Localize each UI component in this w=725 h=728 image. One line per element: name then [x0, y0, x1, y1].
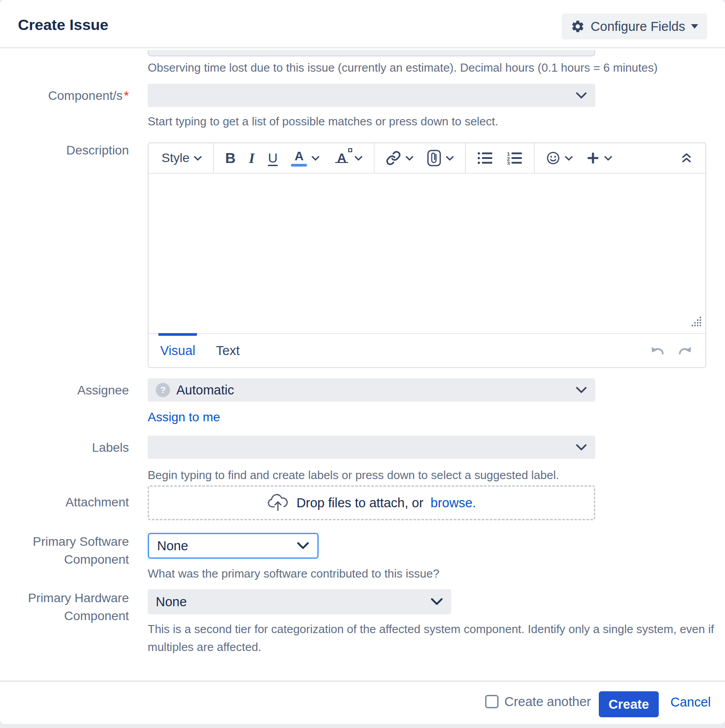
time-tracking-input-partial[interactable]: [148, 50, 595, 56]
numbered-list-icon: 123: [507, 151, 523, 165]
resize-grip[interactable]: [691, 316, 702, 329]
create-another-label: Create another: [504, 694, 591, 709]
more-formatting-dropdown[interactable]: A: [333, 146, 367, 170]
text-color-dropdown[interactable]: A: [286, 146, 324, 170]
cloud-upload-icon: [267, 493, 289, 512]
chevron-down-icon: [446, 156, 454, 161]
primary-software-help: What was the primary software contribute…: [148, 566, 439, 581]
toolbar-separator: [534, 143, 535, 173]
chevron-down-icon: [311, 156, 320, 161]
description-label: Description: [0, 142, 129, 158]
cancel-link[interactable]: Cancel: [670, 695, 711, 710]
underline-icon: U: [268, 150, 278, 166]
toolbar-separator: [374, 143, 375, 173]
labels-label: Labels: [0, 440, 129, 456]
chevron-down-icon: [576, 92, 587, 99]
tab-visual[interactable]: Visual: [160, 334, 195, 367]
gear-icon: [571, 19, 585, 34]
editor-toolbar: Style B I U A A: [149, 143, 705, 174]
caret-down-icon: [691, 24, 698, 29]
page-title: Create Issue: [18, 16, 108, 34]
required-asterisk: *: [124, 89, 129, 103]
assignee-select[interactable]: ? Automatic: [148, 378, 595, 402]
components-help: Start typing to get a list of possible m…: [148, 114, 498, 129]
chevron-down-icon: [576, 444, 587, 451]
chevron-down-icon: [405, 156, 414, 161]
attach-dropdown[interactable]: [422, 146, 458, 170]
underline-button[interactable]: U: [264, 146, 282, 170]
paperclip-icon: [427, 150, 441, 167]
tab-visual-label: Visual: [160, 343, 195, 358]
chevron-down-icon: [194, 156, 202, 161]
configure-fields-button[interactable]: Configure Fields: [562, 13, 707, 39]
insert-more-dropdown[interactable]: [582, 146, 617, 170]
svg-text:3: 3: [507, 161, 510, 165]
primary-software-label-line1: Primary Software: [0, 534, 129, 550]
redo-button[interactable]: [678, 345, 694, 356]
emoji-dropdown[interactable]: [542, 146, 577, 170]
toolbar-separator: [465, 143, 466, 173]
create-button[interactable]: Create: [599, 691, 659, 717]
assignee-value: Automatic: [176, 383, 234, 398]
dialog-header: Create Issue Configure Fields: [0, 0, 725, 48]
primary-hardware-value: None: [156, 595, 187, 609]
primary-hardware-label-line1: Primary Hardware: [0, 590, 129, 606]
link-icon: [386, 150, 401, 166]
bold-button[interactable]: B: [221, 146, 240, 170]
primary-software-select[interactable]: None: [148, 533, 319, 559]
advanced-text-icon: A: [337, 151, 346, 165]
footer-divider: [0, 681, 725, 682]
assignee-label: Assignee: [0, 382, 129, 398]
avatar: ?: [156, 383, 170, 397]
primary-hardware-help-line1: This is a second tier for categorization…: [148, 621, 714, 637]
italic-icon: I: [249, 150, 254, 167]
assign-to-me-link[interactable]: Assign to me: [148, 410, 220, 424]
create-another-checkbox[interactable]: [485, 695, 499, 708]
time-tracking-help: Observing time lost due to this issue (c…: [148, 60, 657, 75]
drop-files-text: Drop files to attach, or: [296, 496, 423, 510]
attachment-dropzone[interactable]: Drop files to attach, or browse.: [148, 485, 595, 520]
browse-link[interactable]: browse.: [431, 496, 476, 510]
attachment-label: Attachment: [0, 494, 129, 510]
primary-software-label-line2: Component: [0, 552, 129, 568]
primary-hardware-help-line2: multiples are affected.: [148, 639, 261, 655]
emoji-icon: [546, 151, 560, 165]
bold-icon: B: [225, 150, 235, 167]
chevron-down-icon: [431, 598, 443, 606]
components-label-text: Component/s: [48, 89, 123, 103]
tab-text[interactable]: Text: [216, 334, 239, 367]
chevron-down-icon: [354, 156, 362, 161]
unknown-avatar-glyph: ?: [160, 385, 166, 395]
bullet-list-icon: [477, 151, 493, 165]
primary-hardware-label-line2: Component: [0, 608, 129, 624]
tab-text-label: Text: [216, 343, 239, 358]
editor-footer: Visual Text: [149, 333, 705, 367]
primary-hardware-select[interactable]: None: [148, 589, 451, 614]
redo-icon: [678, 345, 694, 356]
numbered-list-button[interactable]: 123: [502, 146, 527, 170]
components-select[interactable]: [148, 84, 595, 107]
style-label: Style: [162, 151, 189, 165]
labels-select[interactable]: [148, 436, 595, 459]
description-textarea[interactable]: [149, 174, 705, 333]
italic-button[interactable]: I: [244, 146, 259, 170]
chevron-down-icon: [604, 156, 612, 161]
history-controls: [649, 345, 694, 356]
undo-icon: [649, 345, 665, 356]
configure-fields-label: Configure Fields: [591, 19, 685, 34]
style-dropdown[interactable]: Style: [157, 146, 206, 170]
chevron-down-icon: [297, 542, 309, 550]
create-issue-dialog: Create Issue Configure Fields Observing …: [0, 0, 725, 724]
undo-button[interactable]: [649, 345, 665, 356]
collapse-toolbar-button[interactable]: [676, 146, 697, 170]
labels-help: Begin typing to find and create labels o…: [148, 467, 559, 483]
bullet-list-button[interactable]: [473, 146, 498, 170]
primary-software-value: None: [157, 539, 188, 553]
double-chevron-up-icon: [681, 152, 692, 164]
text-color-icon: A: [291, 150, 307, 167]
link-dropdown[interactable]: [381, 146, 418, 170]
chevron-down-icon: [576, 386, 587, 394]
description-editor: Style B I U A A: [148, 142, 706, 368]
components-label: Component/s*: [0, 88, 129, 104]
plus-icon: [586, 151, 600, 165]
